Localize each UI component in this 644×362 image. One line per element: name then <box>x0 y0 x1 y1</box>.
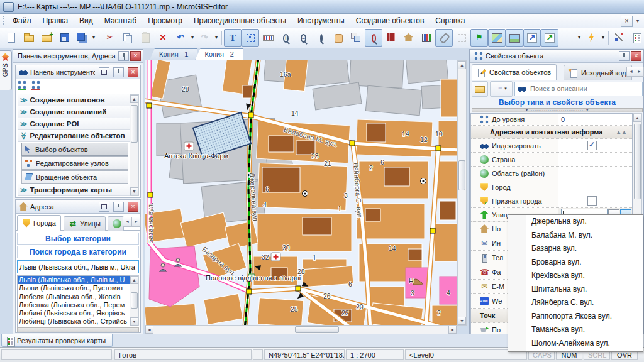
section-edit-objects[interactable]: ≫Редактирование объектов <box>18 130 130 142</box>
city-flag-checkbox[interactable] <box>587 196 597 206</box>
image-view-button[interactable] <box>506 29 523 47</box>
globe-dropdown-icon[interactable] <box>576 30 582 46</box>
ruler-button[interactable] <box>259 29 277 47</box>
delete-button[interactable] <box>154 29 172 47</box>
address-pin-button[interactable] <box>113 202 124 212</box>
city-list-item[interactable]: Любинці (Львівська обл., Стрийсь <box>18 317 130 326</box>
menu-item[interactable]: Файл <box>7 14 37 28</box>
select-objects-tool[interactable]: Выбор объектов <box>21 143 128 156</box>
home-view-button[interactable] <box>400 29 418 47</box>
city-search-button[interactable]: Поиск города в категории <box>17 246 139 258</box>
scroll-down-icon[interactable]: ▼ <box>130 317 138 326</box>
menu-item[interactable]: Правка <box>37 14 74 28</box>
redo-button[interactable] <box>196 29 213 47</box>
menu-item[interactable]: Инструменты <box>292 14 350 28</box>
menu-item[interactable]: Справка <box>430 14 470 28</box>
swap-view-button[interactable] <box>347 29 365 47</box>
map-canvas[interactable]: Балабана М. вул.Базарна вул.Базарна вул.… <box>145 60 457 326</box>
left-dock-header[interactable]: Панель инструментов, Адреса <box>13 50 143 63</box>
tools-panel-header[interactable]: Панель инструментов <box>16 65 140 79</box>
scroll-up-icon[interactable]: ▲ <box>633 114 641 122</box>
book-stack-button[interactable] <box>382 29 400 47</box>
city-list-item[interactable]: Льопи (Львівська обл., Пустомит <box>18 284 130 292</box>
scroll-up-icon[interactable]: ▲ <box>458 61 466 69</box>
scroll-down-icon[interactable]: ▼ <box>130 187 138 195</box>
title-bar[interactable]: E:\--- Карты ---\--- MP ---\UA46LO-11121… <box>0 0 644 14</box>
city-list-item[interactable]: Любешка (Львівська обл., Перем <box>18 301 130 309</box>
street-option[interactable]: Балабана М. вул. <box>526 229 643 243</box>
collapse-all-icon[interactable] <box>31 80 40 90</box>
scroll-right-icon[interactable]: ► <box>448 326 457 334</box>
gps-side-tab[interactable]: GPS <box>0 50 12 90</box>
split-nodes-button[interactable] <box>611 29 628 47</box>
street-option[interactable]: Шолом-Алейхема вул. <box>526 337 643 351</box>
properties-close-button[interactable] <box>631 51 641 61</box>
address-panel-header[interactable]: Адреса <box>16 200 140 214</box>
description-search-input[interactable] <box>529 84 640 93</box>
rotate-object-tool[interactable]: Вращение объекта <box>21 170 128 184</box>
lightning-button[interactable] <box>582 29 600 47</box>
scroll-up-icon[interactable]: ▲ <box>130 95 138 103</box>
statistics-button[interactable] <box>418 29 435 47</box>
left-dock-close-button[interactable] <box>130 51 141 61</box>
scroll-thumb[interactable] <box>131 292 138 309</box>
save-all-button[interactable] <box>73 29 91 47</box>
save-dropdown-icon[interactable] <box>91 30 97 46</box>
properties-pin-button[interactable] <box>619 51 630 61</box>
scroll-thumb[interactable] <box>295 326 339 333</box>
node-search-button[interactable]: · <box>365 29 382 47</box>
address-close-button[interactable] <box>128 202 138 212</box>
undo-button[interactable] <box>172 29 189 47</box>
menu-item[interactable]: Просмотр <box>142 14 188 28</box>
cut-button[interactable] <box>101 29 119 47</box>
undo-dropdown-icon[interactable] <box>189 30 196 46</box>
scroll-thumb[interactable] <box>634 124 641 199</box>
tools-scrollbar[interactable]: ▲ ▼ <box>130 94 139 196</box>
new-file-button[interactable] <box>3 29 20 47</box>
menu-item[interactable]: Масштаб <box>99 14 142 28</box>
category-select-button[interactable]: Выбор категории <box>17 233 139 245</box>
chart-up-green-button[interactable] <box>541 29 558 47</box>
select-bounds-button[interactable] <box>242 29 259 47</box>
tab-scroll-right-icon[interactable]: ► <box>131 217 141 227</box>
redo-dropdown-icon[interactable] <box>213 30 219 46</box>
street-option[interactable]: Базарна вул. <box>526 242 643 256</box>
street-option[interactable]: Шпитальна вул. <box>526 283 643 297</box>
paste-button[interactable] <box>136 29 154 47</box>
menu-close-button[interactable] <box>621 16 633 27</box>
map-vscrollbar[interactable]: ▲ ▼ <box>457 60 467 326</box>
zoom-in-button[interactable]: + <box>277 29 294 47</box>
city-list-item[interactable]: Львів (Львівська обл., Львів м., U <box>18 276 130 284</box>
street-option[interactable]: Броварна вул. <box>526 256 643 270</box>
section-transform-map[interactable]: ≫Трансформация карты <box>18 184 130 196</box>
view-mode-button[interactable]: ≡▾ <box>490 81 513 97</box>
property-row-city[interactable]: Город <box>471 180 632 194</box>
zoom-out-button[interactable]: − <box>294 29 312 47</box>
property-row-city-flag[interactable]: Признак города <box>471 194 632 208</box>
properties-splitter[interactable] <box>472 108 643 112</box>
tools-panel-close-button[interactable] <box>128 67 138 77</box>
tools-panel-pin-button[interactable] <box>113 67 124 77</box>
open-folder-button[interactable] <box>20 29 38 47</box>
copy-button[interactable] <box>119 29 136 47</box>
scroll-down-icon[interactable]: ▼ <box>458 317 466 325</box>
section-create-polygons[interactable]: ≫Создание полигонов <box>18 94 130 106</box>
property-row-region[interactable]: Область (район) <box>471 167 632 180</box>
attach-button[interactable] <box>435 29 453 47</box>
address-minimize-button[interactable] <box>99 202 109 212</box>
tab-scroll-right-icon[interactable]: ► <box>635 67 644 77</box>
property-row-level[interactable]: До уровня 0 <box>471 114 632 126</box>
map-document-tab[interactable]: Копия - 2 <box>195 48 243 60</box>
selection-rect-button[interactable] <box>453 29 470 47</box>
properties-dock-header[interactable]: Свойства объекта <box>470 50 643 63</box>
indexed-checkbox[interactable] <box>587 141 597 150</box>
tab-globe[interactable] <box>108 216 124 231</box>
city-list-item[interactable]: Любині (Львівська обл., Яворівсь <box>18 309 130 317</box>
property-row-indexed[interactable]: Индексировать <box>471 139 632 153</box>
menu-item[interactable]: Присоединенные объекты <box>188 14 292 28</box>
property-row-country[interactable]: Страна <box>471 153 632 167</box>
street-option[interactable]: Раппопорта Якова вул. <box>526 310 643 324</box>
globe-button[interactable] <box>558 29 576 47</box>
expand-all-icon[interactable] <box>18 80 26 90</box>
city-search-input[interactable] <box>17 260 139 273</box>
